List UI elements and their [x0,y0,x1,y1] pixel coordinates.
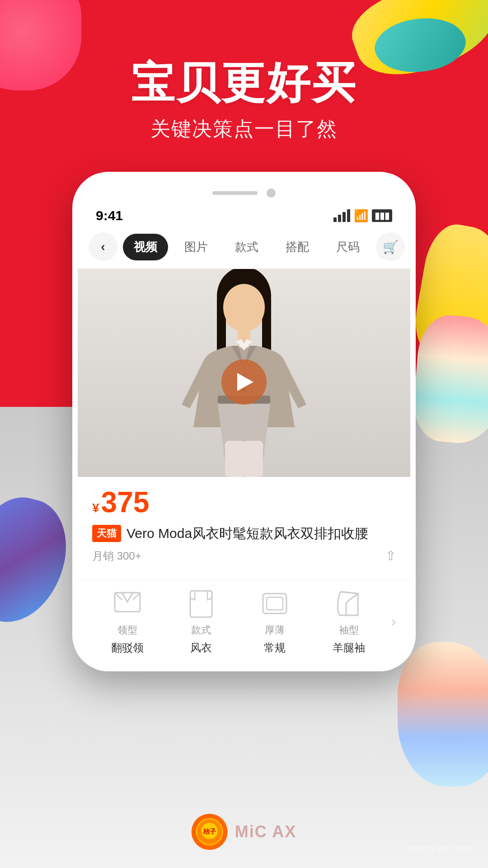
price-value: 375 [101,488,150,517]
status-time: 9:41 [96,208,123,223]
svg-text:桔子: 桔子 [203,828,216,835]
signal-icon [333,209,350,222]
play-button[interactable] [221,359,267,405]
bottom-brand: 桔子 MiC AX [192,814,297,850]
product-image-area [78,269,410,477]
attr-style-value: 风衣 [190,641,212,655]
share-icon[interactable]: ⇧ [385,548,396,563]
decoration-blob-left-blue [0,488,78,633]
svg-point-5 [223,284,265,331]
attr-thickness: 厚薄 常规 [240,587,310,655]
attributes-row: 领型 翻驳领 款式 风衣 [78,580,410,666]
phone-wrapper: 9:41 📶 ▮▮▮ ‹ 视频 [72,172,416,671]
hero-section: 宝贝更好买 关键决策点一目了然 [0,59,488,142]
nav-tabs: ‹ 视频 图片 款式 搭配 尺码 🛒 [78,225,410,269]
brand-logo-inner: 桔子 [196,818,223,845]
sales-row: 月销 300+ ⇧ [92,548,396,563]
notch-camera [267,189,276,198]
play-icon [237,373,253,391]
tab-video[interactable]: 视频 [123,234,168,260]
attr-collar-value: 翻驳领 [111,641,144,655]
background-wrapper: 宝贝更好买 关键决策点一目了然 9:41 📶 [0,0,488,868]
svg-rect-15 [267,597,283,610]
attr-collar: 领型 翻驳领 [92,587,162,655]
tab-size[interactable]: 尺码 [325,234,371,260]
style-icon [185,587,217,620]
price-symbol: ¥ [92,501,99,515]
attr-sleeve-label: 袖型 [339,623,359,637]
svg-rect-8 [243,441,263,477]
brand-logo: 桔子 [192,814,228,850]
more-button[interactable]: ··· [410,232,416,261]
attr-style: 款式 风衣 [166,587,236,655]
tab-style[interactable]: 款式 [224,234,269,260]
product-name-row: 天猫 Vero Moda风衣时髦短款风衣双排扣收腰 [92,524,396,543]
hero-title: 宝贝更好买 [0,59,488,107]
sales-count: 月销 300+ [92,549,141,563]
attr-sleeve: 袖型 羊腿袖 [314,587,384,655]
svg-rect-13 [190,591,212,617]
notch-bar [212,191,258,195]
phone-frame: 9:41 📶 ▮▮▮ ‹ 视频 [72,172,416,671]
attr-sleeve-value: 羊腿袖 [333,641,365,655]
collar-icon [111,587,144,620]
product-info: ¥ 375 天猫 Vero Moda风衣时髦短款风衣双排扣收腰 月销 300+ … [78,477,410,580]
cart-icon: 🛒 [383,240,399,255]
attr-thickness-value: 常规 [264,641,286,655]
svg-rect-7 [225,441,245,477]
platform-badge: 天猫 [92,525,121,542]
phone-notch [78,177,410,204]
tab-matching[interactable]: 搭配 [275,234,320,260]
attributes-arrow[interactable]: › [387,613,396,630]
product-name: Vero Moda风衣时髦短款风衣双排扣收腰 [127,524,368,543]
attr-collar-label: 领型 [117,623,137,637]
sleeve-icon [333,587,365,620]
back-button[interactable]: ‹ [89,232,117,261]
attr-style-label: 款式 [191,623,211,637]
status-bar: 9:41 📶 ▮▮▮ [78,204,410,225]
tab-images[interactable]: 图片 [174,234,219,260]
thickness-icon [258,587,291,620]
hero-subtitle: 关键决策点一目了然 [0,116,488,142]
price-row: ¥ 375 [92,488,396,517]
attr-thickness-label: 厚薄 [265,623,285,637]
brand-text: MiC AX [235,822,297,841]
battery-icon: ▮▮▮ [372,209,392,222]
back-icon: ‹ [101,240,105,254]
watermark: www.yiztic.com [407,843,474,854]
cart-button[interactable]: 🛒 [376,232,405,261]
wifi-icon: 📶 [354,209,368,223]
status-icons: 📶 ▮▮▮ [333,209,392,223]
